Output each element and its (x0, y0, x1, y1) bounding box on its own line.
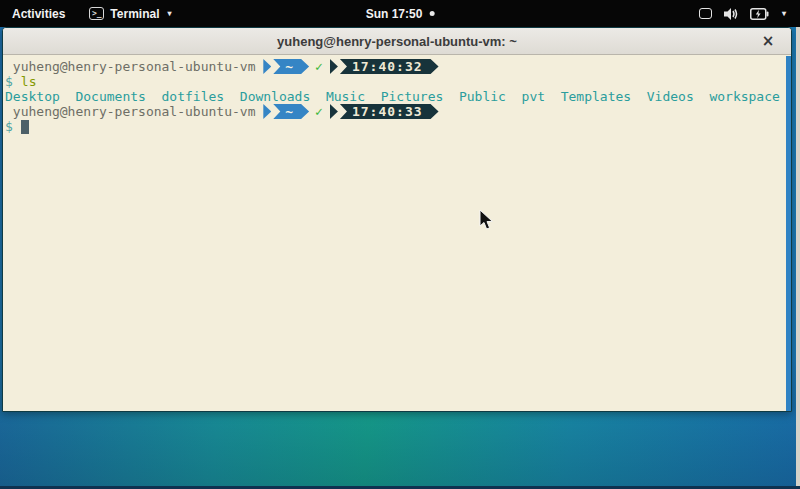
typed-command: ls (21, 74, 37, 89)
prompt-user-host: yuheng@henry-personal-ubuntu-vm (5, 104, 263, 119)
prompt-path-segment: ~ (273, 104, 309, 119)
terminal-window: yuheng@henry-personal-ubuntu-vm: ~ × yuh… (2, 27, 792, 412)
volume-icon (723, 7, 739, 21)
prompt-time: 17:40:32 (340, 59, 439, 74)
screen-edge-strip (796, 27, 800, 489)
prompt-path-segment: ~ (273, 59, 309, 74)
battery-charging-icon (750, 8, 769, 20)
status-check-icon: ✓ (315, 59, 323, 74)
chevron-down-icon: ▾ (167, 9, 171, 18)
powerline-arrow-icon (263, 104, 271, 119)
powerline-arrow-icon (263, 59, 271, 74)
powerline-arrow-icon (330, 59, 338, 74)
prompt-line-1: yuheng@henry-personal-ubuntu-vm ~ ✓ 17:4… (5, 59, 783, 74)
window-title: yuheng@henry-personal-ubuntu-vm: ~ (277, 34, 517, 49)
prompt-char: $ (5, 119, 13, 134)
input-line: $ (5, 119, 783, 134)
screen: Activities >_ Terminal ▾ Sun 17:50 ▾ (0, 0, 800, 489)
system-status-area[interactable]: ▾ (685, 0, 800, 27)
clock-button[interactable]: Sun 17:50 (358, 0, 443, 27)
terminal-output[interactable]: yuheng@henry-personal-ubuntu-vm ~ ✓ 17:4… (3, 55, 791, 411)
system-menu-chevron-icon: ▾ (782, 9, 786, 18)
app-menu-label: Terminal (110, 7, 159, 21)
prompt-time: 17:40:33 (340, 104, 439, 119)
prompt-user-host: yuheng@henry-personal-ubuntu-vm (5, 59, 263, 74)
prompt-line-2: yuheng@henry-personal-ubuntu-vm ~ ✓ 17:4… (5, 104, 783, 119)
status-check-icon: ✓ (315, 104, 323, 119)
terminal-scrollbar[interactable] (786, 56, 791, 411)
activities-label: Activities (12, 7, 65, 21)
top-bar: Activities >_ Terminal ▾ Sun 17:50 ▾ (0, 0, 800, 27)
command-line: $ ls (5, 74, 783, 89)
display-icon (699, 8, 712, 19)
activities-button[interactable]: Activities (0, 0, 77, 27)
window-titlebar[interactable]: yuheng@henry-personal-ubuntu-vm: ~ × (3, 28, 791, 55)
notification-dot-icon (429, 11, 434, 16)
terminal-app-icon: >_ (89, 7, 104, 20)
desktop-background: yuheng@henry-personal-ubuntu-vm: ~ × yuh… (0, 27, 800, 489)
app-menu-terminal[interactable]: >_ Terminal ▾ (77, 0, 183, 27)
prompt-char: $ (5, 74, 13, 89)
ls-output-line: Desktop Documents dotfiles Downloads Mus… (5, 89, 783, 104)
terminal-cursor (21, 120, 29, 134)
clock-label: Sun 17:50 (366, 7, 423, 21)
close-button[interactable]: × (759, 32, 777, 50)
directory-list: Desktop Documents dotfiles Downloads Mus… (5, 89, 780, 104)
powerline-arrow-icon (330, 104, 338, 119)
